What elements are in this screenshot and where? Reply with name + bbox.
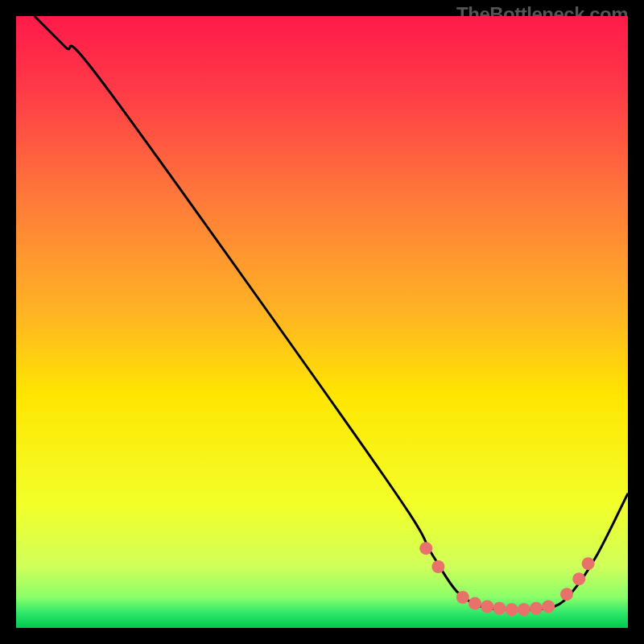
highlight-dot <box>542 600 555 613</box>
highlight-dot <box>419 542 432 555</box>
highlight-dot <box>518 603 530 616</box>
chart-frame: TheBottleneck.com <box>0 0 644 644</box>
gradient-background <box>16 16 628 628</box>
highlight-dot <box>469 597 481 610</box>
highlight-dot <box>560 588 573 601</box>
highlight-dot <box>530 602 543 615</box>
highlight-dot <box>481 600 493 613</box>
chart-svg <box>16 16 628 628</box>
highlight-dot <box>431 560 444 573</box>
highlight-dot <box>456 591 469 604</box>
highlight-dot <box>572 572 585 585</box>
highlight-dot <box>506 603 518 616</box>
highlight-dot <box>582 557 595 570</box>
highlight-dot <box>493 602 506 615</box>
plot-area <box>16 16 628 628</box>
